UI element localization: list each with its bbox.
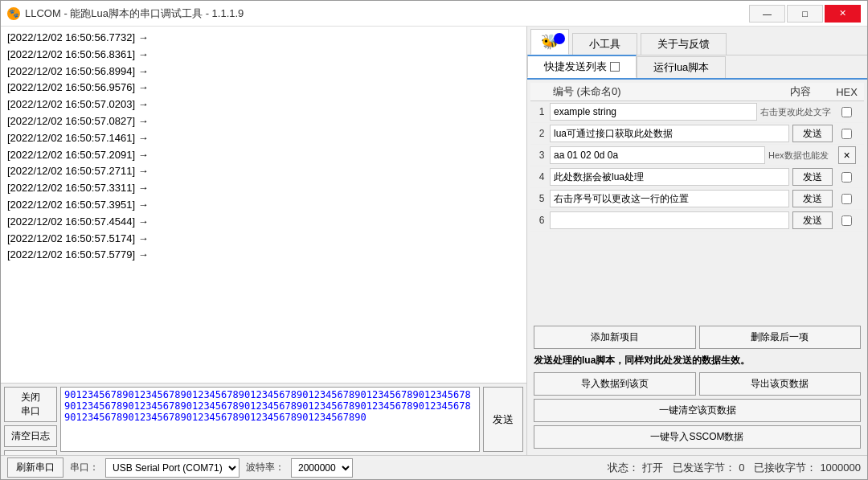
log-line: [2022/12/02 16:50:56.7732] → bbox=[7, 30, 520, 47]
row-hex-checkbox-area bbox=[833, 215, 861, 226]
tab-icon bbox=[610, 62, 620, 72]
baud-select[interactable]: 2000000 bbox=[291, 458, 353, 478]
table-row: 1右击更改此处文字 bbox=[530, 101, 864, 123]
row-hex-checkbox-area bbox=[833, 194, 861, 204]
row-action-text: 右击更改此处文字 bbox=[760, 103, 833, 121]
export-data-button[interactable]: 导出该页数据 bbox=[699, 372, 862, 396]
row-content-input[interactable] bbox=[550, 190, 789, 207]
minimize-button[interactable]: — bbox=[749, 5, 785, 23]
log-line: [2022/12/02 16:50:57.0203] → bbox=[7, 96, 520, 113]
title-buttons: — □ ✕ bbox=[749, 5, 861, 23]
row-send-button[interactable]: 发送 bbox=[792, 168, 833, 186]
table-row: 4发送 bbox=[530, 166, 864, 188]
log-area[interactable]: [2022/12/02 16:50:56.7732] →[2022/12/02 … bbox=[1, 27, 526, 383]
row-send-button[interactable]: 发送 bbox=[792, 211, 833, 229]
text-input-area[interactable] bbox=[60, 387, 480, 452]
row-number: 2 bbox=[534, 128, 550, 139]
status-bar: 刷新串口 串口： USB Serial Port (COM71) 波特率： 20… bbox=[1, 455, 867, 479]
close-button[interactable]: ✕ bbox=[825, 5, 861, 23]
second-tabs: 快捷发送列表 运行lua脚本 bbox=[527, 55, 867, 80]
clear-log-button[interactable]: 清空日志 bbox=[4, 425, 57, 447]
clear-row: 一键清空该页数据 bbox=[534, 399, 861, 422]
row-hex-label: Hex数据也能发 bbox=[768, 146, 833, 164]
sent-label: 已发送字节： bbox=[673, 461, 735, 475]
tab-run-lua[interactable]: 运行lua脚本 bbox=[637, 56, 726, 78]
row-content-input[interactable] bbox=[550, 103, 757, 121]
clear-page-button[interactable]: 一键清空该页数据 bbox=[534, 399, 861, 422]
port-select[interactable]: USB Serial Port (COM71) bbox=[105, 458, 240, 478]
state-display: 状态： 打开 bbox=[608, 461, 663, 475]
row-hex-checkbox-area bbox=[833, 107, 861, 117]
sent-display: 已发送字节： 0 bbox=[673, 461, 744, 475]
quick-send-label: 快捷发送列表 bbox=[544, 59, 607, 74]
table-group-name: 编号 (未命名0) bbox=[553, 85, 621, 97]
row-number: 4 bbox=[534, 171, 550, 183]
main-content: [2022/12/02 16:50:56.7732] →[2022/12/02 … bbox=[1, 27, 867, 455]
main-window: 🐾 LLCOM - 能跑Lua脚本的串口调试工具 - 1.1.1.9 — □ ✕… bbox=[0, 0, 868, 480]
row-send-button[interactable]: 发送 bbox=[792, 125, 833, 142]
add-remove-row: 添加新项目 删除最后一项 bbox=[534, 326, 861, 349]
close-serial-button[interactable]: 关闭串口 bbox=[4, 387, 57, 422]
right-panel: 🐝 小工具 关于与反馈 快捷发送列表 运行lua脚本 bbox=[527, 27, 867, 455]
run-lua-label: 运行lua脚本 bbox=[653, 60, 709, 75]
header-label: 编号 (未命名0) bbox=[550, 84, 768, 99]
row-hex-checkbox[interactable] bbox=[841, 172, 852, 183]
row-number: 5 bbox=[534, 193, 550, 204]
quick-send-panel: 编号 (未命名0) 内容 HEX 1右击更改此处文字2发送3Hex数据也能发×4… bbox=[527, 80, 867, 455]
log-line: [2022/12/02 16:50:56.8994] → bbox=[7, 64, 520, 80]
tab-about[interactable]: 关于与反馈 bbox=[641, 33, 727, 55]
log-line: [2022/12/02 16:50:57.4544] → bbox=[7, 214, 520, 231]
row-hex-checkbox[interactable] bbox=[841, 194, 852, 204]
log-line: [2022/12/02 16:50:57.1461] → bbox=[7, 130, 520, 147]
left-panel: [2022/12/02 16:50:56.7732] →[2022/12/02 … bbox=[1, 27, 527, 455]
log-line: [2022/12/02 16:50:57.3311] → bbox=[7, 180, 520, 197]
log-controls: 关闭串口 清空日志 更多设置 发送 bbox=[1, 383, 526, 455]
table-row: 3Hex数据也能发× bbox=[530, 145, 864, 166]
row-hex-checkbox[interactable] bbox=[841, 129, 852, 139]
send-text-input[interactable] bbox=[60, 387, 480, 452]
log-line: [2022/12/02 16:50:57.0827] → bbox=[7, 113, 520, 130]
row-content-input[interactable] bbox=[550, 211, 789, 229]
recv-label: 已接收字节： bbox=[754, 461, 817, 475]
row-content-input[interactable] bbox=[550, 125, 789, 142]
import-sscom-button[interactable]: 一键导入SSCOM数据 bbox=[534, 425, 861, 449]
send-button[interactable]: 发送 bbox=[483, 387, 523, 452]
log-line: [2022/12/02 16:50:57.2091] → bbox=[7, 147, 520, 164]
tab-tools[interactable]: 小工具 bbox=[572, 33, 637, 55]
row-number: 3 bbox=[534, 150, 550, 161]
row-hex-checkbox[interactable] bbox=[841, 215, 852, 226]
status-info: 状态： 打开 已发送字节： 0 已接收字节： 1000000 bbox=[608, 461, 861, 475]
row-hex-checkbox-area bbox=[833, 129, 861, 139]
add-item-button[interactable]: 添加新项目 bbox=[534, 326, 696, 349]
note-text: 发送处理的lua脚本，同样对此处发送的数据生效。 bbox=[534, 352, 861, 369]
about-label: 关于与反馈 bbox=[657, 38, 710, 50]
refresh-port-button[interactable]: 刷新串口 bbox=[7, 457, 63, 478]
row-content-input[interactable] bbox=[550, 168, 789, 186]
title-bar: 🐾 LLCOM - 能跑Lua脚本的串口调试工具 - 1.1.1.9 — □ ✕ bbox=[1, 1, 867, 27]
log-line: [2022/12/02 16:50:56.8361] → bbox=[7, 47, 520, 64]
bottom-section: 添加新项目 删除最后一项 发送处理的lua脚本，同样对此处发送的数据生效。 导入… bbox=[530, 322, 864, 452]
row-content-input[interactable] bbox=[550, 146, 765, 164]
tab-quick-send[interactable]: 快捷发送列表 bbox=[527, 55, 637, 78]
table-row: 2发送 bbox=[530, 123, 864, 145]
row-hex-checkbox[interactable] bbox=[841, 107, 852, 117]
import-export-row: 导入数据到该页 导出该页数据 bbox=[534, 372, 861, 396]
sscom-row: 一键导入SSCOM数据 bbox=[534, 425, 861, 449]
port-label: 串口： bbox=[70, 461, 99, 474]
top-tabs: 🐝 小工具 关于与反馈 bbox=[527, 27, 867, 55]
tab-bee[interactable]: 🐝 bbox=[530, 29, 569, 55]
row-x-button[interactable]: × bbox=[838, 146, 856, 164]
window-title: LLCOM - 能跑Lua脚本的串口调试工具 - 1.1.1.9 bbox=[25, 6, 244, 21]
sent-value: 0 bbox=[739, 462, 744, 474]
row-send-button[interactable]: 发送 bbox=[792, 190, 833, 207]
remove-last-button[interactable]: 删除最后一项 bbox=[699, 326, 862, 349]
control-buttons: 关闭串口 清空日志 更多设置 bbox=[4, 387, 57, 452]
state-label: 状态： bbox=[608, 461, 639, 475]
header-content: 内容 bbox=[768, 84, 833, 99]
log-line: [2022/12/02 16:50:57.3951] → bbox=[7, 197, 520, 214]
maximize-button[interactable]: □ bbox=[787, 5, 823, 23]
row-hex-checkbox-area bbox=[833, 172, 861, 183]
import-data-button[interactable]: 导入数据到该页 bbox=[534, 372, 696, 396]
log-line: [2022/12/02 16:50:56.9576] → bbox=[7, 80, 520, 96]
recv-display: 已接收字节： 1000000 bbox=[754, 461, 861, 475]
